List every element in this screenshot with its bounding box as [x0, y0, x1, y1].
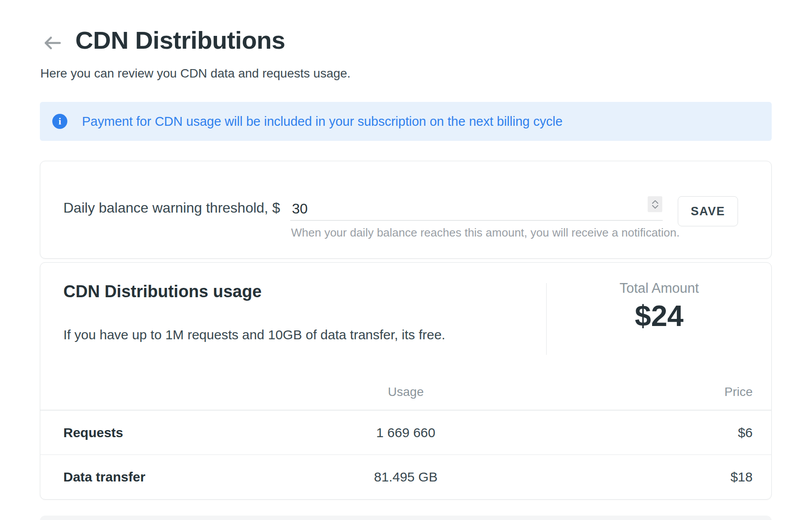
- row-price: $6: [523, 425, 771, 440]
- usage-card-description: If you have up to 1M requests and 10GB o…: [63, 327, 445, 342]
- row-usage: 81.495 GB: [288, 470, 523, 485]
- page-title: CDN Distributions: [75, 26, 285, 54]
- threshold-helper-text: When your daily balance reaches this amo…: [291, 226, 680, 240]
- usage-card-title: CDN Distributions usage: [63, 282, 262, 301]
- row-usage: 1 669 660: [288, 425, 523, 440]
- row-name: Data transfer: [40, 470, 288, 485]
- header-usage: Usage: [288, 385, 523, 399]
- usage-table: Usage Price Requests 1 669 660 $6 Data t…: [40, 374, 771, 499]
- threshold-card: Daily balance warning threshold, $ SAVE …: [40, 161, 772, 259]
- stepper-down-icon[interactable]: [652, 205, 659, 209]
- row-price: $18: [523, 470, 771, 485]
- table-header-row: Usage Price: [40, 374, 771, 411]
- page-subtitle: Here you can review you CDN data and req…: [40, 66, 350, 81]
- info-icon: i: [52, 114, 67, 129]
- threshold-stepper[interactable]: [648, 196, 662, 212]
- row-name: Requests: [40, 425, 288, 440]
- stepper-up-icon[interactable]: [652, 200, 659, 204]
- header-price: Price: [523, 385, 771, 399]
- usage-card: CDN Distributions usage If you have up t…: [40, 262, 772, 500]
- total-amount-value: $24: [546, 299, 772, 333]
- back-arrow-icon: [42, 34, 62, 53]
- threshold-input[interactable]: [290, 192, 663, 221]
- table-row-data-transfer: Data transfer 81.495 GB $18: [40, 455, 771, 499]
- save-button[interactable]: SAVE: [678, 196, 738, 226]
- back-button[interactable]: [41, 32, 64, 55]
- threshold-label: Daily balance warning threshold, $: [63, 200, 280, 216]
- banner-text: Payment for CDN usage will be included i…: [82, 114, 563, 129]
- table-row-requests: Requests 1 669 660 $6: [40, 411, 771, 455]
- payment-info-banner: i Payment for CDN usage will be included…: [40, 102, 772, 141]
- total-amount-label: Total Amount: [546, 280, 772, 296]
- total-amount-block: Total Amount $24: [546, 280, 772, 333]
- next-card-edge: [40, 516, 772, 520]
